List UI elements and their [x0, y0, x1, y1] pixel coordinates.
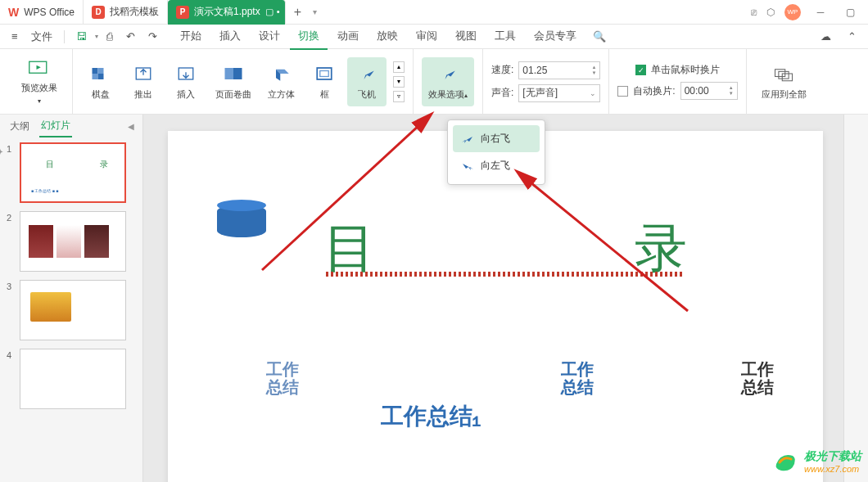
menu-hamburger-icon[interactable]: ≡ [7, 27, 23, 46]
maximize-button[interactable]: ▢ [840, 2, 860, 22]
fly-right-icon [461, 134, 474, 144]
sound-select[interactable]: [无声音] ⌄ [518, 84, 600, 102]
ribbon-tabs: 开始 插入 设计 切换 动画 放映 审阅 视图 工具 会员专享 [172, 24, 585, 50]
tab-menu-icon[interactable]: ▾ [313, 7, 317, 16]
template-tab-label: 找稻壳模板 [110, 5, 159, 19]
print-icon[interactable]: ⎙ [102, 27, 118, 46]
click-advance-checkbox[interactable]: ✓ [635, 65, 646, 75]
tab-transition[interactable]: 切换 [290, 24, 328, 50]
ribbon: 预览效果▾ 棋盘 推出 插入 页面卷曲 立方体 框 飞机 [0, 49, 868, 115]
work-text-2: 工作 总结 [561, 360, 594, 396]
transition-push[interactable]: 推出 [124, 57, 163, 106]
slide-thumb-3[interactable] [20, 280, 126, 340]
menu-bar: ≡ 文件 🖫 ▾ ⎙ ↶ ↷ 开始 插入 设计 切换 动画 放映 审阅 视图 工… [0, 25, 868, 49]
zigzag-line [323, 272, 684, 277]
tab-design[interactable]: 设计 [251, 24, 288, 50]
preview-button[interactable]: 预览效果▾ [15, 57, 64, 106]
svg-rect-3 [98, 68, 104, 74]
frame-icon [311, 62, 337, 85]
timing-group: 速度: 01.25 ▲▼ 声音: [无声音] ⌄ [483, 49, 609, 114]
wps-logo-icon: W [8, 6, 19, 19]
thumb-row-4[interactable]: 4 [7, 349, 136, 409]
auto-advance-checkbox[interactable] [617, 86, 628, 97]
svg-marker-13 [441, 71, 455, 80]
collapse-ribbon-icon[interactable]: ⌃ [843, 27, 861, 46]
slides-tab[interactable]: 幻灯片 [39, 115, 72, 137]
svg-rect-15 [779, 71, 789, 79]
apply-all-icon [771, 62, 797, 85]
transition-cube[interactable]: 立方体 [261, 57, 301, 106]
panel-close-icon[interactable]: ◀ [128, 122, 134, 131]
fly-right-option[interactable]: 向右飞 [453, 125, 540, 152]
tab-animation[interactable]: 动画 [329, 24, 367, 50]
apply-all-button[interactable]: 应用到全部 [755, 57, 813, 106]
app-tab[interactable]: W WPS Office [0, 0, 84, 25]
svg-marker-18 [463, 164, 473, 170]
slide-thumb-2[interactable] [20, 211, 126, 272]
click-advance-label: 单击鼠标时换片 [651, 63, 720, 77]
tab-view[interactable]: 视图 [447, 24, 485, 50]
transition-checker[interactable]: 棋盘 [81, 57, 120, 106]
tab-window-icon[interactable]: ▢ [265, 7, 274, 17]
svg-rect-11 [320, 71, 329, 77]
thumbnails-list: 1 目 录 ■ 工作总结 ■ ■ ✦ 2 3 [0, 137, 142, 482]
redo-icon[interactable]: ↷ [143, 27, 162, 46]
minimize-button[interactable]: ─ [811, 2, 830, 22]
gallery-up[interactable]: ▴ [393, 61, 405, 73]
thumb-row-3[interactable]: 3 [7, 280, 136, 340]
svg-rect-10 [317, 68, 332, 79]
template-tab[interactable]: D 找稻壳模板 [84, 0, 168, 25]
fly-left-option[interactable]: 向左飞 [453, 152, 540, 179]
transition-frame[interactable]: 框 [305, 57, 344, 106]
document-tab[interactable]: P 演示文稿1.pptx ▢ • [168, 0, 286, 25]
undo-icon[interactable]: ↶ [121, 27, 140, 46]
transition-plane[interactable]: 飞机 [347, 57, 387, 106]
svg-rect-16 [782, 74, 792, 81]
work-text-3: 工作 总结 [741, 360, 774, 396]
fly-left-icon [461, 161, 474, 171]
main-area: 大纲 幻灯片 ◀ 1 目 录 ■ 工作总结 ■ ■ ✦ 2 [0, 115, 868, 482]
search-icon[interactable]: 🔍 [588, 27, 611, 46]
tab-dropdown-icon[interactable]: • [277, 7, 280, 17]
transition-insert[interactable]: 插入 [166, 57, 206, 106]
svg-marker-17 [462, 137, 472, 143]
cloud-icon[interactable]: ☁ [816, 27, 836, 46]
thumb-row-1[interactable]: 1 目 录 ■ 工作总结 ■ ■ ✦ [7, 142, 136, 203]
new-tab-button[interactable]: + [286, 5, 310, 20]
svg-rect-4 [93, 74, 98, 79]
right-tool-strip [843, 115, 868, 482]
outline-tab[interactable]: 大纲 [8, 116, 31, 137]
slide-panel-tabs: 大纲 幻灯片 ◀ [0, 115, 142, 137]
svg-marker-1 [37, 65, 41, 69]
speed-input[interactable]: 01.25 ▲▼ [518, 61, 600, 79]
watermark: 极光下载站 www.xz7.com [771, 448, 861, 475]
gallery-more[interactable]: ▿ [393, 91, 405, 102]
effect-options-button[interactable]: 效果选项▴ [422, 57, 474, 106]
slide-panel: 大纲 幻灯片 ◀ 1 目 录 ■ 工作总结 ■ ■ ✦ 2 [0, 115, 143, 482]
cube-icon[interactable]: ⬡ [766, 7, 775, 18]
thumb-row-2[interactable]: 2 [7, 211, 136, 272]
gallery-down[interactable]: ▾ [393, 76, 405, 88]
slide-thumb-1[interactable]: 目 录 ■ 工作总结 ■ ■ [20, 142, 126, 203]
file-menu[interactable]: 文件 [26, 26, 57, 47]
tab-review[interactable]: 审阅 [408, 24, 445, 50]
apply-all-group: 应用到全部 [747, 49, 821, 114]
presentation-icon: P [176, 6, 189, 19]
tab-slideshow[interactable]: 放映 [368, 24, 406, 50]
user-avatar[interactable]: WP [784, 4, 801, 20]
tab-insert[interactable]: 插入 [211, 24, 249, 50]
work-center: 工作总结₁ [381, 401, 481, 432]
auto-advance-time[interactable]: 00:00 ▲▼ [680, 82, 738, 100]
svg-rect-8 [225, 68, 234, 79]
save-icon[interactable]: 🖫 [71, 27, 92, 46]
svg-rect-14 [775, 70, 785, 77]
tab-member[interactable]: 会员专享 [526, 24, 585, 50]
tab-start[interactable]: 开始 [172, 24, 210, 50]
tab-tools[interactable]: 工具 [486, 24, 524, 50]
cylinder-shape [217, 205, 266, 237]
slide-thumb-4[interactable] [20, 349, 126, 409]
transition-page-curl[interactable]: 页面卷曲 [209, 57, 258, 106]
transitions-gallery: 棋盘 推出 插入 页面卷曲 立方体 框 飞机 ▴ ▾ ▿ [73, 49, 414, 114]
auto-advance-label: 自动换片: [633, 84, 675, 98]
device-icon[interactable]: ⎚ [751, 7, 757, 18]
